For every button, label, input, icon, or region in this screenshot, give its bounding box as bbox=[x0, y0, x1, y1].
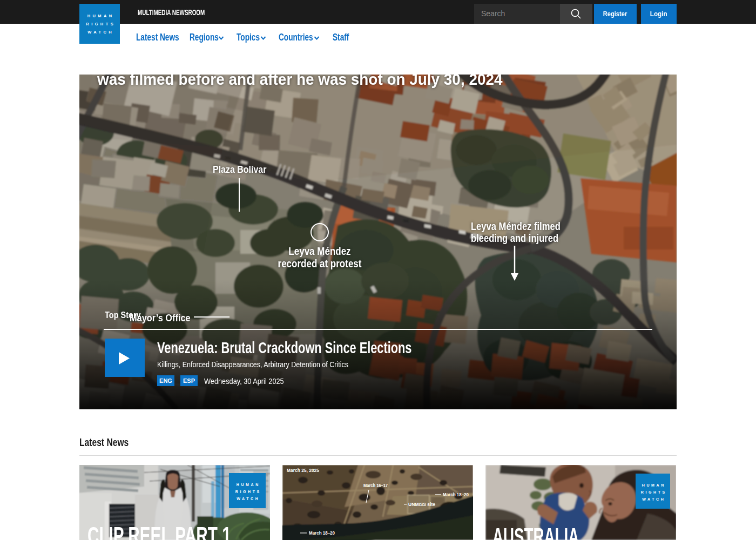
svg-text:UNMISS site: UNMISS site bbox=[408, 502, 435, 507]
svg-text:March 18–20: March 18–20 bbox=[309, 530, 335, 536]
svg-text:March 16–17: March 16–17 bbox=[363, 483, 388, 488]
svg-text:March 25, 2025: March 25, 2025 bbox=[287, 467, 320, 473]
svg-text:March 18–20: March 18–20 bbox=[443, 492, 469, 497]
